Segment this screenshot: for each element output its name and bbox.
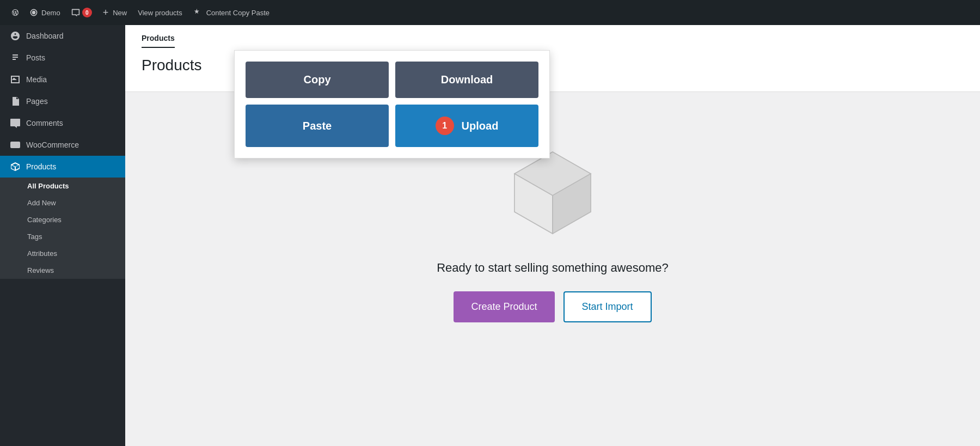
admin-bar: Demo 0 + New View products Content Copy … <box>0 0 980 25</box>
sidebar-submenu-all-products[interactable]: All Products <box>0 178 125 194</box>
sidebar-item-woocommerce[interactable]: WooCommerce <box>0 134 125 156</box>
sidebar-item-comments[interactable]: Comments <box>0 112 125 134</box>
copy-button[interactable]: Copy <box>246 62 389 98</box>
view-products-button[interactable]: View products <box>132 0 187 25</box>
sidebar-submenu-reviews[interactable]: Reviews <box>0 262 125 279</box>
sidebar-item-woocommerce-label: WooCommerce <box>26 140 79 149</box>
site-name-label: Demo <box>41 9 60 17</box>
new-button[interactable]: + New <box>97 0 133 25</box>
svg-rect-0 <box>10 142 20 148</box>
main-layout: Dashboard Posts Media Pages <box>0 25 980 446</box>
sidebar-item-posts-label: Posts <box>26 53 45 62</box>
copy-paste-popup: Copy Download Paste 1 Upload <box>234 50 550 158</box>
products-tab[interactable]: Products <box>142 34 175 48</box>
sidebar-item-products-label: Products <box>26 162 56 171</box>
sidebar-submenu-attributes[interactable]: Attributes <box>0 245 125 262</box>
sidebar-submenu-add-new[interactable]: Add New <box>0 194 125 211</box>
plugin-label: Content Copy Paste <box>206 9 270 17</box>
posts-icon <box>10 52 21 63</box>
sidebar: Dashboard Posts Media Pages <box>0 25 125 446</box>
comments-sidebar-icon <box>10 118 21 129</box>
empty-state-text: Ready to start selling something awesome… <box>437 261 669 275</box>
sidebar-item-products[interactable]: Products <box>0 156 125 178</box>
page-heading-area: Products <box>125 25 980 48</box>
woocommerce-icon <box>10 139 21 150</box>
comments-button[interactable]: 0 <box>66 0 97 25</box>
plugin-button[interactable]: Content Copy Paste <box>188 0 275 25</box>
upload-count-badge: 1 <box>436 117 454 135</box>
sidebar-item-pages[interactable]: Pages <box>0 90 125 112</box>
start-import-button[interactable]: Start Import <box>564 291 652 322</box>
dashboard-icon <box>10 30 21 41</box>
sidebar-item-dashboard-label: Dashboard <box>26 32 64 40</box>
sidebar-item-media-label: Media <box>26 75 47 84</box>
sidebar-item-pages-label: Pages <box>26 97 48 106</box>
wp-logo-button[interactable] <box>7 4 24 21</box>
media-icon <box>10 74 21 85</box>
page-heading-row: Products <box>142 34 964 48</box>
create-product-button[interactable]: Create Product <box>454 291 554 322</box>
sidebar-item-dashboard[interactable]: Dashboard <box>0 25 125 47</box>
upload-label: Upload <box>462 120 499 132</box>
sidebar-item-posts[interactable]: Posts <box>0 47 125 69</box>
sidebar-submenu-categories[interactable]: Categories <box>0 211 125 228</box>
sidebar-item-comments-label: Comments <box>26 119 63 127</box>
site-name-button[interactable]: Demo <box>24 0 66 25</box>
empty-state-buttons: Create Product Start Import <box>454 291 651 322</box>
pages-icon <box>10 96 21 107</box>
sidebar-item-media[interactable]: Media <box>0 69 125 90</box>
sidebar-submenu-tags[interactable]: Tags <box>0 228 125 245</box>
content-area: Products Products Ready to start selling… <box>125 25 980 446</box>
products-icon <box>10 161 21 172</box>
paste-button[interactable]: Paste <box>246 105 389 147</box>
download-button[interactable]: Download <box>395 62 538 98</box>
comment-count-badge: 0 <box>82 8 92 17</box>
view-products-label: View products <box>138 9 182 17</box>
sidebar-submenu-products: All Products Add New Categories Tags Att… <box>0 178 125 279</box>
new-label: New <box>113 9 127 17</box>
upload-button[interactable]: 1 Upload <box>395 105 538 147</box>
